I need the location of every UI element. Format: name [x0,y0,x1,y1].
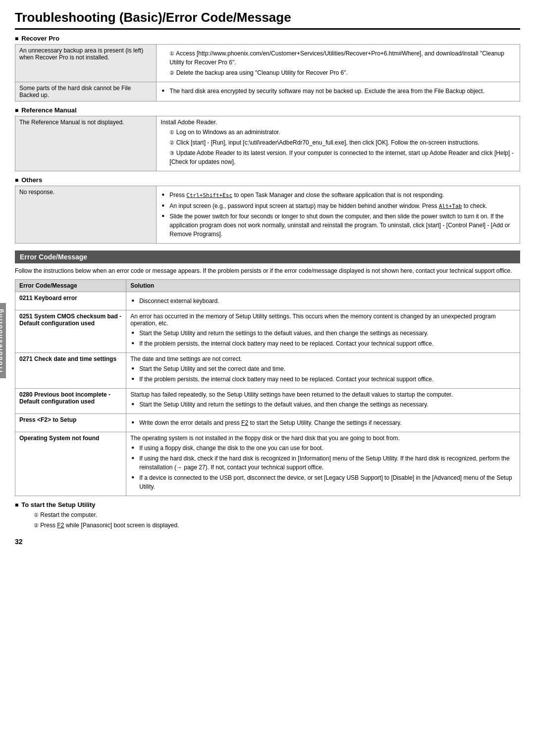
list-item: ② Click [start] - [Run], input [c:\util\… [160,138,516,147]
list-item: If a device is connected to the USB port… [130,473,516,491]
error-code-cell: Operating System not found [15,432,126,496]
solution-cell: Disconnect external keyboard. [126,292,520,310]
table-row: Some parts of the hard disk cannot be Fi… [15,82,520,101]
error-code-cell: 0271 Check date and time settings [15,353,126,389]
table-row: 0251 System CMOS checksum bad - Default … [15,310,520,353]
list-item: Start the Setup Utility and set the corr… [130,364,516,373]
solution-intro: The operating system is not installed in… [130,435,400,442]
table-row: Press <F2> to Setup Write down the error… [15,414,520,432]
table-row: 0280 Previous boot incomplete - Default … [15,389,520,414]
table-row: Operating System not found The operating… [15,432,520,496]
list-item: If the problem persists, the internal cl… [130,375,516,384]
list-item: Start the Setup Utility and return the s… [130,329,516,338]
list-item: ① Access [http://www.phoenix.com/en/Cust… [160,49,516,67]
problem-cell: The Reference Manual is not displayed. [15,116,157,171]
error-code-cell: 0211 Keyboard error [15,292,126,310]
problem-cell: No response. [15,186,157,244]
table-row: 0271 Check date and time settings The da… [15,353,520,389]
solution-cell: ① Access [http://www.phoenix.com/en/Cust… [157,45,520,82]
list-item: Write down the error details and press F… [130,418,516,427]
table-row: 0211 Keyboard error Disconnect external … [15,292,520,310]
others-table: No response. Press Ctrl+Shift+Esc to ope… [15,186,520,244]
solution-intro: An error has occurred in the memory of S… [130,313,495,327]
list-item: The hard disk area encrypted by security… [160,87,516,96]
problem-cell: Some parts of the hard disk cannot be Fi… [15,82,157,101]
problem-cell: An unnecessary backup area is present (i… [15,45,157,82]
list-item: If using the hard disk, check if the har… [130,454,516,472]
others-heading: Others [15,176,520,184]
list-item: ② Press F2 while [Panasonic] boot screen… [25,521,520,530]
list-item: ② Delete the backup area using "Cleanup … [160,68,516,77]
recover-pro-heading: Recover Pro [15,35,520,42]
solution-cell: Write down the error details and press F… [126,414,520,432]
solution-cell: Startup has failed repeatedly, so the Se… [126,389,520,414]
solution-intro: Startup has failed repeatedly, so the Se… [130,391,453,398]
error-code-cell: 0251 System CMOS checksum bad - Default … [15,310,126,353]
page-title: Troubleshooting (Basic)/Error Code/Messa… [15,10,520,30]
list-item: ① Log on to Windows as an administrator. [160,128,516,137]
table-row: No response. Press Ctrl+Shift+Esc to ope… [15,186,520,244]
col-header-code: Error Code/Message [15,280,126,292]
list-item: Start the Setup Utility and return the s… [130,400,516,409]
solution-cell: The date and time settings are not corre… [126,353,520,389]
error-code-description: Follow the instructions below when an er… [15,266,520,275]
list-item: Press Ctrl+Shift+Esc to open Task Manage… [160,191,516,200]
reference-manual-heading: Reference Manual [15,106,520,114]
list-item: Disconnect external keyboard. [130,297,516,305]
solution-cell: Press Ctrl+Shift+Esc to open Task Manage… [157,186,520,244]
error-code-cell: 0280 Previous boot incomplete - Default … [15,389,126,414]
error-code-cell: Press <F2> to Setup [15,414,126,432]
solution-cell: An error has occurred in the memory of S… [126,310,520,353]
col-header-solution: Solution [126,280,520,292]
error-code-table: Error Code/Message Solution 0211 Keyboar… [15,279,520,496]
error-code-heading: Error Code/Message [15,251,520,263]
solution-cell: The hard disk area encrypted by security… [157,82,520,101]
solution-cell: The operating system is not installed in… [126,432,520,496]
table-row: The Reference Manual is not displayed. I… [15,116,520,171]
solution-cell: Install Adobe Reader. ① Log on to Window… [157,116,520,171]
reference-manual-table: The Reference Manual is not displayed. I… [15,116,520,171]
list-item: If the problem persists, the internal cl… [130,339,516,348]
page-number: 32 [15,538,520,546]
recover-pro-table: An unnecessary backup area is present (i… [15,44,520,101]
list-item: Slide the power switch for four seconds … [160,212,516,239]
list-item: ③ Update Adobe Reader to its latest vers… [160,149,516,166]
solution-intro: The date and time settings are not corre… [130,355,242,362]
table-row: An unnecessary backup area is present (i… [15,45,520,82]
setup-utility-heading: To start the Setup Utility [15,501,520,508]
setup-utility-section: To start the Setup Utility ① Restart the… [15,501,520,530]
side-label: Troubleshooting [0,303,6,378]
list-item: An input screen (e.g., password input sc… [160,202,516,211]
solution-intro: Install Adobe Reader. [160,119,217,126]
list-item: If using a floppy disk, change the disk … [130,444,516,453]
list-item: ① Restart the computer. [25,510,520,519]
